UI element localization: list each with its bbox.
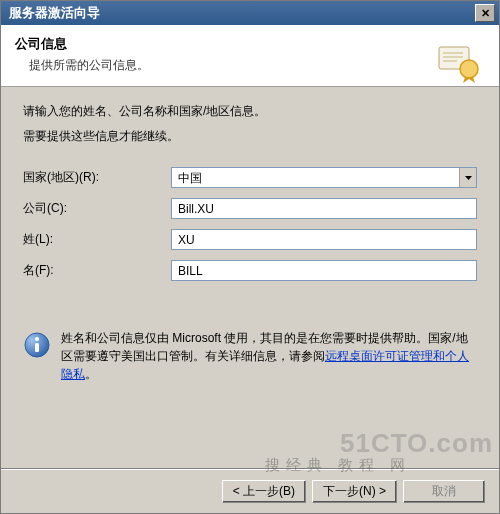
country-select[interactable]: 中国 <box>171 167 477 188</box>
body: 请输入您的姓名、公司名称和国家/地区信息。 需要提供这些信息才能继续。 国家(地… <box>1 87 499 468</box>
chevron-down-icon <box>465 176 472 180</box>
header-subtitle: 提供所需的公司信息。 <box>15 57 485 74</box>
row-country: 国家(地区)(R): 中国 <box>23 167 477 188</box>
wizard-window: 服务器激活向导 ✕ 公司信息 提供所需的公司信息。 请输入您的姓名、公司名称和国… <box>0 0 500 514</box>
close-icon: ✕ <box>481 7 490 20</box>
svg-rect-7 <box>35 343 39 352</box>
row-company: 公司(C): <box>23 198 477 219</box>
label-lastname: 姓(L): <box>23 231 171 248</box>
instruction-2: 需要提供这些信息才能继续。 <box>23 128 477 145</box>
country-value: 中国 <box>172 168 459 187</box>
label-company: 公司(C): <box>23 200 171 217</box>
lastname-input[interactable] <box>171 229 477 250</box>
svg-point-4 <box>460 60 478 78</box>
company-input[interactable] <box>171 198 477 219</box>
back-button[interactable]: < 上一步(B) <box>222 480 306 503</box>
titlebar: 服务器激活向导 ✕ <box>1 1 499 25</box>
cancel-button[interactable]: 取消 <box>403 480 485 503</box>
window-title: 服务器激活向导 <box>9 4 475 22</box>
info-text-after: 。 <box>85 367 97 381</box>
certificate-icon <box>437 39 481 83</box>
dropdown-button[interactable] <box>459 168 476 187</box>
label-firstname: 名(F): <box>23 262 171 279</box>
footer: < 上一步(B) 下一步(N) > 取消 <box>1 470 499 513</box>
info-box: 姓名和公司信息仅由 Microsoft 使用，其目的是在您需要时提供帮助。国家/… <box>23 329 477 383</box>
close-button[interactable]: ✕ <box>475 4 495 22</box>
row-lastname: 姓(L): <box>23 229 477 250</box>
next-button[interactable]: 下一步(N) > <box>312 480 397 503</box>
firstname-input[interactable] <box>171 260 477 281</box>
info-text: 姓名和公司信息仅由 Microsoft 使用，其目的是在您需要时提供帮助。国家/… <box>61 329 471 383</box>
instruction-1: 请输入您的姓名、公司名称和国家/地区信息。 <box>23 103 477 120</box>
info-icon <box>23 331 51 359</box>
row-firstname: 名(F): <box>23 260 477 281</box>
label-country: 国家(地区)(R): <box>23 169 171 186</box>
header-title: 公司信息 <box>15 35 485 53</box>
header: 公司信息 提供所需的公司信息。 <box>1 25 499 87</box>
svg-point-6 <box>35 337 39 341</box>
